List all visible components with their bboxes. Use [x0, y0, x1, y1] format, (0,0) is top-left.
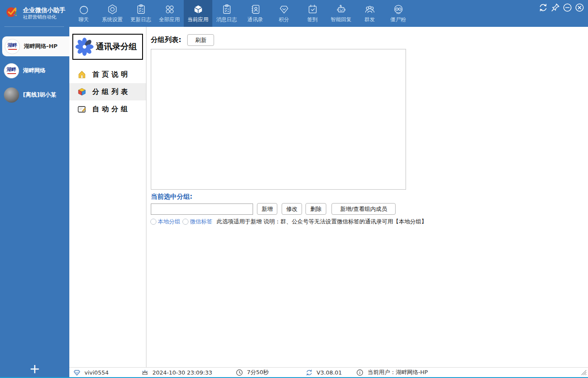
refresh-list-button[interactable]: 刷新 — [187, 34, 214, 46]
status-current-user-text: 当前用户：湖畔网络-HP — [367, 368, 428, 376]
top-nav: 聊天 系统设置 更新日志 全部应用 — [69, 0, 413, 27]
status-uptime: 7分50秒 — [236, 368, 269, 376]
nav-label: 全部应用 — [159, 16, 180, 23]
menu-label: 自动分组 — [92, 105, 130, 114]
account-avatar: 湖畔 — [5, 39, 20, 54]
nav-label: 僵尸粉 — [390, 16, 406, 23]
nav-item-message-log[interactable]: 消息日志 — [212, 0, 241, 27]
top-bar: 企业微信小助手 社群营销自动化 聊天 系统设置 更新日志 — [0, 0, 588, 27]
minimize-button[interactable] — [562, 3, 572, 13]
menu-label: 首页说明 — [92, 70, 130, 79]
robot-icon — [335, 3, 347, 15]
app-logo-icon — [5, 6, 20, 21]
menu-label: 分组列表 — [92, 87, 130, 97]
status-current-user: 当前用户：湖畔网络-HP — [356, 368, 428, 376]
nav-label: 消息日志 — [216, 16, 237, 23]
brand-text: 企业微信小助手 社群营销自动化 — [23, 6, 65, 20]
radio-local-group[interactable]: 本地分组 — [150, 218, 180, 226]
accounts-sidebar: 湖畔 湖畔网络-HP 湖畔 湖畔网络 [离线]胡小某 + — [0, 27, 69, 377]
nav-label: 更新日志 — [130, 16, 151, 23]
gear-icon — [107, 3, 118, 15]
group-list-label: 分组列表: — [151, 36, 181, 45]
app-brand: 企业微信小助手 社群营销自动化 — [0, 0, 69, 27]
radio-wechat-tag[interactable]: 微信标签 — [182, 218, 212, 226]
account-name: 湖畔网络 — [23, 67, 45, 74]
diamond-icon — [278, 3, 290, 15]
clipboard-checklist-icon — [221, 3, 233, 15]
group-name-input[interactable] — [151, 204, 253, 215]
status-bar: vivi0554 2024-10-30 23:09:33 7分50秒 V3.08… — [69, 367, 588, 377]
avatar-text: 湖畔 — [8, 43, 17, 48]
radio-label: 微信标签 — [190, 218, 212, 226]
crown-icon — [141, 369, 149, 376]
nav-label: 聊天 — [78, 16, 89, 23]
add-account-button[interactable]: + — [0, 362, 69, 375]
nav-item-checkin[interactable]: 签到 — [298, 0, 327, 27]
window-controls — [538, 3, 585, 13]
account-avatar: 湖畔 — [4, 63, 19, 78]
group-type-hint: 此选项适用于新增 说明：群、公众号等无法设置微信标签的通讯录可用【本地分组】 — [217, 218, 427, 226]
nav-label: 积分 — [279, 16, 289, 23]
avatar-logo-bar — [8, 49, 17, 50]
nav-label: 签到 — [307, 16, 318, 23]
calendar-check-icon — [307, 3, 318, 15]
clock-icon — [236, 369, 243, 376]
nav-item-settings[interactable]: 系统设置 — [98, 0, 127, 27]
nav-item-broadcast[interactable]: 群发 — [355, 0, 384, 27]
refresh-button[interactable] — [538, 3, 548, 13]
radio-icon — [182, 219, 188, 225]
people-group-icon — [364, 3, 376, 15]
skull-icon — [393, 3, 404, 15]
main-content: 分组列表: 刷新 当前选中分组: 新增 修改 删除 新增/查看组内成员 本地分组… — [146, 27, 588, 367]
gem-icon — [73, 369, 81, 376]
pin-button[interactable] — [550, 3, 560, 13]
account-item-active[interactable]: 湖畔 湖畔网络-HP — [2, 36, 69, 56]
menu-item-auto-group[interactable]: 自动分组 — [69, 100, 146, 118]
group-type-options: 本地分组 微信标签 此选项适用于新增 说明：群、公众号等无法设置微信标签的通讯录… — [150, 218, 427, 226]
nav-item-all-apps[interactable]: 全部应用 — [155, 0, 184, 27]
home-icon — [77, 70, 87, 79]
app-title: 企业微信小助手 — [23, 6, 65, 14]
group-listbox[interactable] — [151, 49, 406, 190]
selected-group-label: 当前选中分组: — [151, 193, 192, 201]
flower-icon — [75, 37, 94, 57]
app-window: 企业微信小助手 社群营销自动化 聊天 系统设置 更新日志 — [0, 0, 588, 378]
radio-icon — [150, 219, 156, 225]
info-icon — [356, 369, 364, 376]
close-button[interactable] — [575, 3, 585, 13]
nav-item-update-log[interactable]: 更新日志 — [127, 0, 155, 27]
nav-label: 通讯录 — [247, 16, 263, 23]
address-book-icon — [250, 3, 261, 15]
nav-label: 智能回复 — [331, 16, 351, 23]
apps-grid-icon — [164, 3, 175, 15]
tablet-pencil-icon — [77, 104, 87, 114]
avatar-text: 湖畔 — [7, 67, 16, 72]
menu-item-home[interactable]: 首页说明 — [69, 66, 146, 83]
box-icon — [77, 87, 87, 97]
account-name: 湖畔网络-HP — [24, 42, 58, 50]
status-datetime-text: 2024-10-30 23:09:33 — [153, 369, 212, 376]
nav-item-points[interactable]: 积分 — [270, 0, 298, 27]
resize-grip[interactable] — [581, 370, 587, 375]
account-name: [离线]胡小某 — [23, 91, 56, 99]
nav-item-contacts[interactable]: 通讯录 — [241, 0, 270, 27]
nav-item-chat[interactable]: 聊天 — [69, 0, 98, 27]
nav-item-zombie-fans[interactable]: 僵尸粉 — [384, 0, 413, 27]
menu-item-group-list[interactable]: 分组列表 — [69, 83, 146, 100]
sync-icon — [305, 369, 313, 376]
group-edit-row: 新增 修改 删除 新增/查看组内成员 — [151, 203, 396, 215]
clipboard-checklist-icon — [135, 3, 147, 15]
nav-label: 当前应用 — [188, 16, 208, 23]
account-item-offline[interactable]: [离线]胡小某 — [0, 85, 69, 105]
account-avatar-photo — [4, 87, 19, 103]
nav-item-current-app[interactable]: 当前应用 — [184, 0, 212, 27]
status-version: V3.08.01 — [305, 369, 342, 376]
nav-item-auto-reply[interactable]: 智能回复 — [327, 0, 355, 27]
add-group-button[interactable]: 新增 — [257, 203, 277, 215]
edit-group-button[interactable]: 修改 — [282, 203, 302, 215]
view-members-button[interactable]: 新增/查看组内成员 — [331, 203, 396, 215]
delete-group-button[interactable]: 删除 — [305, 203, 326, 215]
module-header: 通讯录分组 — [72, 34, 143, 60]
module-panel: 通讯录分组 首页说明 分组列表 自动分组 — [69, 27, 146, 367]
account-item[interactable]: 湖畔 湖畔网络 — [0, 61, 69, 81]
